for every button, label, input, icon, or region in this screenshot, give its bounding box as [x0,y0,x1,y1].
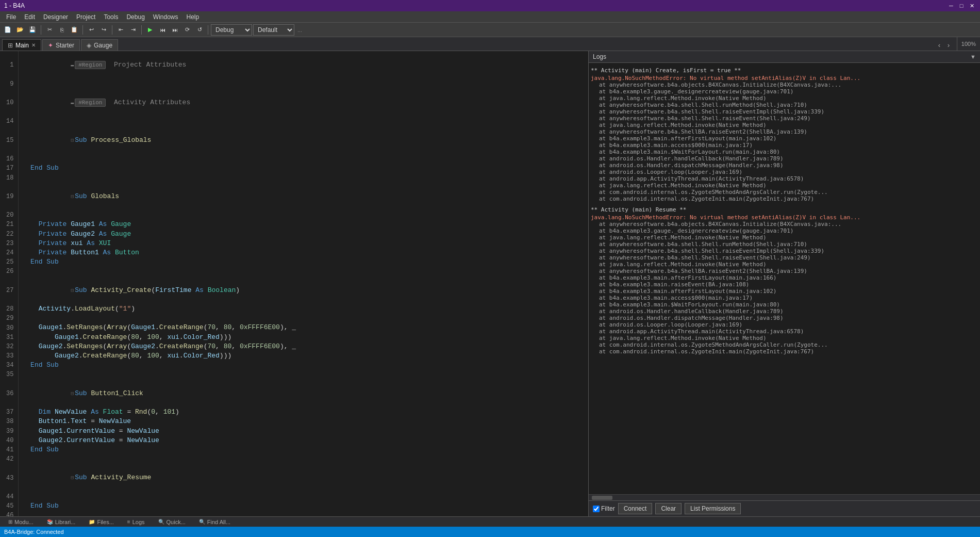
list-item: at java.lang.reflect.Method.invoke(Nativ… [591,261,978,268]
tab-gauge[interactable]: ◈ Gauge [81,39,118,51]
list-item: at com.android.internal.os.ZygoteInit.ma… [591,196,978,202]
list-item: at anywheresoftware.b4a.shell.Shell.rais… [591,108,978,115]
tab-nav-next[interactable]: › [944,39,953,51]
table-row: 24 Private Button1 As Button [0,248,588,257]
list-item: at b4a.example3.main.$WaitForLayout.run(… [591,149,978,155]
menu-designer[interactable]: Designer [39,12,72,22]
toolbar-stop[interactable]: ↺ [194,24,205,36]
logs-header-controls: ▼ [970,54,976,60]
toolbar-new[interactable]: 📄 [2,24,13,36]
tab-bar: ⊞ Main ✕ ✦ Starter ◈ Gauge ‹ › [0,37,957,51]
table-row: 46 [0,511,588,516]
table-row: 32 Gauge2.SetRanges(Array(Gauge2.CreateR… [0,342,588,351]
list-item: at anywheresoftware.b4a.shell.Shell.rais… [591,248,978,254]
toolbar-run[interactable]: ▶ [144,24,156,36]
list-permissions-button[interactable]: List Permissions [685,503,741,514]
toolbar-paste[interactable]: 📋 [69,24,80,36]
list-item: at java.lang.reflect.Method.invoke(Nativ… [591,95,978,102]
tab-starter[interactable]: ✦ Starter [42,39,80,51]
menu-help[interactable]: Help [182,12,204,22]
tab-nav-prev[interactable]: ‹ [935,39,943,51]
menu-debug[interactable]: Debug [122,12,148,22]
list-item: at anywheresoftware.b4a.objects.B4XCanva… [591,221,978,227]
menu-project[interactable]: Project [72,12,99,22]
list-item: at b4a.example3.gauge._designercreatevie… [591,88,978,95]
toolbar-step-fwd[interactable]: ⏭ [169,24,180,36]
table-row: 1 ▬#Region Project Attributes [0,51,588,79]
table-row: 21 Private Gauge1 As Gauge [0,220,588,229]
logs-toolbar: Filter Connect Clear List Permissions [589,500,980,516]
tab-main[interactable]: ⊞ Main ✕ [2,39,41,51]
bottom-tab-libraries[interactable]: 📚 Librari... [41,518,82,526]
logs-scrollbar-h[interactable] [589,494,980,500]
list-item: at com.android.internal.os.ZygoteInit.ma… [591,348,978,355]
bottom-tab-findall[interactable]: 🔍 Find All... [193,518,237,526]
toolbar-undo[interactable]: ↩ [86,24,97,36]
code-editor[interactable]: 1 ▬#Region Project Attributes 9 10 ▬#Reg… [0,51,588,516]
table-row: 27 ⊟Sub Activity_Create(FirstTime As Boo… [0,276,588,305]
logs-title: Logs [593,53,606,60]
toolbar-debug-dropdown[interactable]: Debug Release [211,24,252,36]
toolbar-default-dropdown[interactable]: Default [253,24,294,36]
bottom-tab-files[interactable]: 📁 Files... [82,518,120,526]
menu-file[interactable]: File [2,12,20,22]
logs-icon: ≡ [127,519,130,525]
table-row: 28 Activity.LoadLayout("1") [0,304,588,314]
list-item: at android.os.Looper.loop(Looper.java:16… [591,321,978,328]
minimize-button[interactable]: ─ [947,2,955,10]
status-text: B4A-Bridge: Connected [4,529,64,535]
clear-button[interactable]: Clear [655,503,682,514]
logs-expand-btn[interactable]: ▼ [970,54,976,60]
bottom-tab-quick-label: Quick... [167,519,186,525]
list-item: at anywheresoftware.b4a.shell.Shell.runM… [591,102,978,108]
tab-nav: ‹ › [933,39,955,51]
logs-header: Logs ▼ [589,51,980,63]
table-row: 10 ▬#Region Activity Attributes [0,89,588,117]
filter-checkbox-label[interactable]: Filter [593,505,615,512]
toolbar-step-back[interactable]: ⏮ [157,24,168,36]
list-item: at anywheresoftware.b4a.shell.Shell.runM… [591,241,978,248]
toolbar-open[interactable]: 📂 [14,24,26,36]
table-row: 44 [0,492,588,501]
table-row: 9 [0,79,588,89]
close-button[interactable]: ✕ [968,2,976,10]
list-item: at b4a.example3.main.$WaitForLayout.run(… [591,301,978,308]
clear-label: Clear [661,505,676,512]
connect-label: Connect [624,505,647,512]
list-item: at java.lang.reflect.Method.invoke(Nativ… [591,335,978,341]
table-row: 16 [0,154,588,164]
menu-edit[interactable]: Edit [20,12,39,22]
list-item: at anywheresoftware.b4a.shell.Shell.rais… [591,254,978,261]
maximize-button[interactable]: □ [957,2,966,10]
filter-checkbox[interactable] [593,506,600,512]
logs-content[interactable]: ** Activity (main) Create, isFirst = tru… [589,63,980,494]
toolbar-step-over[interactable]: ⟳ [181,24,193,36]
list-item: at b4a.example3.main.raiseEvent(BA.java:… [591,281,978,288]
toolbar-redo[interactable]: ↪ [98,24,109,36]
log-section-1-header: ** Activity (main) Create, isFirst = tru… [591,67,978,74]
table-row: 20 [0,210,588,220]
table-row: 39 Gauge1.CurrentValue = NewValue [0,427,588,436]
bottom-tab-logs[interactable]: ≡ Logs [121,518,151,526]
table-row: 37 Dim NewValue As Float = Rnd(0, 101) [0,408,588,417]
table-row: 17 End Sub [0,164,588,173]
menu-windows[interactable]: Windows [149,12,182,22]
bottom-tab-modules[interactable]: ⊞ Modu... [2,518,40,526]
tab-main-close[interactable]: ✕ [31,42,36,48]
toolbar-save[interactable]: 💾 [27,24,38,36]
toolbar-cut[interactable]: ✂ [44,24,55,36]
list-item: at b4a.example3.main.afterFirstLayout(ma… [591,135,978,142]
toolbar-indent-more[interactable]: ⇥ [127,24,139,36]
list-item: at android.os.Handler.dispatchMessage(Ha… [591,315,978,321]
log-error-2: java.lang.NoSuchMethodError: No virtual … [591,214,978,221]
list-item: at java.lang.reflect.Method.invoke(Nativ… [591,182,978,189]
menu-tools[interactable]: Tools [99,12,122,22]
table-row: 36 ⊟Sub Button1_Click [0,380,588,408]
toolbar-copy[interactable]: ⎘ [56,24,68,36]
bottom-tab-quick[interactable]: 🔍 Quick... [152,518,192,526]
connect-button[interactable]: Connect [618,503,653,514]
table-row: 33 Gauge2.CreateRange(80, 100, xui.Color… [0,351,588,361]
toolbar-indent-less[interactable]: ⇤ [115,24,126,36]
list-item: at b4a.example3.main.afterFirstLayout(ma… [591,288,978,295]
toolbar-extra: ... [297,27,302,33]
